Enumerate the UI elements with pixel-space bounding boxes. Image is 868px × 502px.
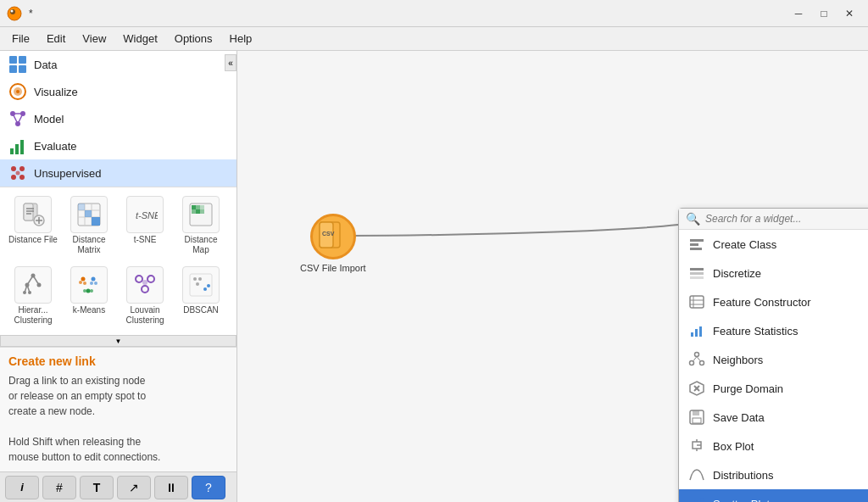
sidebar-nav: Data Visualize	[0, 51, 236, 187]
widget-grid: Distance File Distance Matr	[0, 187, 236, 335]
search-icon: 🔍	[686, 212, 700, 226]
grid-icon: #	[56, 481, 63, 494]
widget-kmeans[interactable]: k-Means	[63, 263, 115, 330]
widget-search-input[interactable]	[705, 213, 868, 225]
visualize-icon	[8, 82, 27, 101]
widget-list-item-feature-statistics[interactable]: Feature Statistics	[679, 316, 868, 345]
csv-node-icon: CSV	[310, 214, 356, 259]
sidebar-collapse-button[interactable]: «	[225, 54, 236, 71]
widget-list-item-purge-domain[interactable]: Purge Domain	[679, 374, 868, 403]
feature-constructor-icon	[687, 293, 706, 311]
widget-hierarchical[interactable]: Hierar... Clustering	[7, 263, 59, 330]
sidebar-item-data[interactable]: Data	[0, 51, 236, 78]
window-controls: ─ □ ✕	[787, 5, 861, 22]
menu-widget[interactable]: Widget	[114, 30, 165, 47]
svg-point-94	[700, 361, 704, 365]
svg-point-73	[196, 282, 199, 286]
grid-button[interactable]: #	[42, 476, 76, 499]
menu-help[interactable]: Help	[221, 30, 261, 47]
widget-list-item-box-plot[interactable]: Box Plot	[679, 432, 868, 460]
maximize-button[interactable]: □	[812, 5, 836, 22]
menu-options[interactable]: Options	[166, 30, 221, 47]
close-button[interactable]: ✕	[837, 5, 861, 22]
help-button[interactable]: ?	[192, 476, 225, 499]
text-button[interactable]: T	[80, 476, 114, 499]
pointer-button[interactable]: ↗	[117, 476, 151, 499]
scroll-down-arrow[interactable]: ▼	[0, 335, 236, 347]
pause-icon: ⏸	[165, 481, 177, 494]
sidebar-item-model[interactable]: Model	[0, 105, 236, 132]
widget-tsne[interactable]: t-SNE t-SNE	[119, 192, 171, 259]
widget-list-item-scatter-plot[interactable]: Scatter Plot ↵	[679, 489, 868, 502]
distance-matrix-icon	[70, 196, 108, 233]
info-button[interactable]: i	[5, 476, 39, 499]
svg-point-63	[86, 289, 91, 293]
unsupervised-icon	[8, 164, 27, 182]
discretize-icon	[687, 264, 706, 282]
widget-search-bar: 🔍	[679, 209, 868, 230]
svg-line-53	[27, 276, 33, 285]
canvas-area[interactable]: CSV CSV File Import 🔍 Create Class Discr…	[237, 51, 868, 502]
dbscan-label: DBSCAN	[183, 305, 219, 315]
data-icon	[8, 55, 27, 74]
widget-list-item-distributions[interactable]: Distributions	[679, 460, 868, 489]
widget-distance-map[interactable]: Distance Map	[175, 192, 227, 259]
minimize-button[interactable]: ─	[787, 5, 810, 22]
distance-map-label: Distance Map	[176, 235, 225, 255]
svg-point-66	[136, 276, 142, 282]
svg-rect-101	[693, 418, 701, 423]
sidebar: « Data	[0, 51, 237, 502]
svg-rect-83	[690, 272, 704, 275]
widget-list-item-neighbors[interactable]: Neighbors	[679, 345, 868, 374]
svg-rect-38	[85, 210, 92, 217]
svg-point-57	[81, 277, 86, 282]
svg-rect-79	[690, 239, 704, 242]
csv-file-node[interactable]: CSV CSV File Import	[300, 214, 366, 273]
svg-rect-44	[200, 205, 204, 209]
svg-rect-81	[690, 248, 702, 250]
svg-line-54	[33, 276, 39, 285]
svg-rect-45	[192, 209, 196, 214]
svg-point-9	[16, 90, 19, 93]
widget-list-item-create-class[interactable]: Create Class	[679, 230, 868, 259]
pointer-icon: ↗	[129, 481, 139, 494]
kmeans-label: k-Means	[73, 305, 105, 315]
sidebar-item-model-label: Model	[34, 113, 64, 126]
svg-point-64	[83, 289, 86, 293]
svg-point-74	[203, 287, 207, 291]
widget-distance-file[interactable]: Distance File	[7, 192, 59, 259]
widget-list-item-discretize[interactable]: Discretize	[679, 259, 868, 287]
widget-list-item-save-data[interactable]: Save Data	[679, 403, 868, 432]
widget-distance-matrix[interactable]: Distance Matrix	[63, 192, 115, 259]
widget-list-item-feature-constructor[interactable]: Feature Constructor	[679, 287, 868, 316]
svg-rect-37	[78, 204, 85, 210]
tsne-icon: t-SNE	[126, 196, 164, 233]
louvain-icon	[126, 266, 164, 304]
scatter-plot-label: Scatter Plot	[713, 498, 770, 503]
svg-line-15	[18, 114, 23, 124]
feature-statistics-icon	[687, 321, 706, 340]
svg-rect-42	[192, 205, 196, 209]
app-logo	[7, 6, 22, 21]
svg-rect-47	[200, 209, 204, 214]
svg-line-96	[697, 357, 700, 361]
svg-rect-4	[19, 56, 26, 64]
svg-rect-5	[9, 65, 17, 73]
svg-rect-85	[690, 296, 704, 308]
main-content: « Data	[0, 51, 868, 502]
pause-button[interactable]: ⏸	[154, 476, 188, 499]
help-title: Create new link	[8, 354, 228, 368]
svg-point-71	[193, 277, 197, 281]
widget-dbscan[interactable]: DBSCAN	[175, 263, 227, 330]
distance-file-label: Distance File	[8, 235, 58, 245]
help-panel: Create new link Drag a link to an existi…	[0, 347, 236, 471]
svg-point-60	[92, 277, 96, 282]
sidebar-item-unsupervised[interactable]: Unsupervised	[0, 159, 236, 187]
scatter-plot-icon	[687, 494, 706, 502]
sidebar-item-evaluate[interactable]: Evaluate	[0, 132, 236, 159]
sidebar-item-visualize[interactable]: Visualize	[0, 78, 236, 105]
menu-view[interactable]: View	[74, 30, 114, 47]
menu-file[interactable]: File	[3, 30, 38, 47]
menu-edit[interactable]: Edit	[38, 30, 74, 47]
widget-louvain[interactable]: Louvain Clustering	[119, 263, 171, 330]
